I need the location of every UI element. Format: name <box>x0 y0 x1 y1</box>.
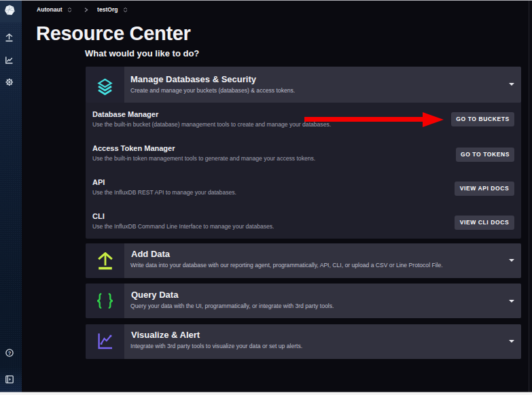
svg-text:?: ? <box>8 350 12 356</box>
